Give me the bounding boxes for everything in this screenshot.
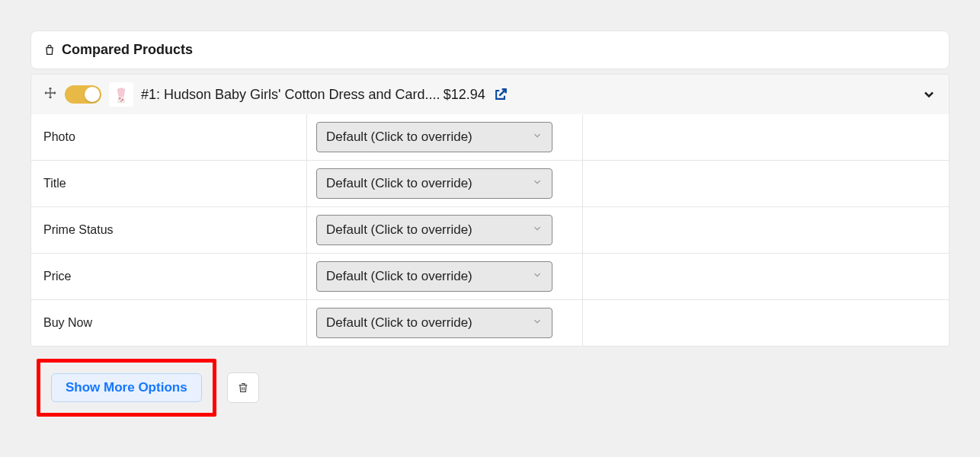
svg-point-3 [120,101,122,102]
override-select[interactable]: Default (Click to override) [316,168,552,199]
toggle-knob [85,87,100,102]
delete-button[interactable] [227,372,259,403]
row-label: Title [31,161,307,206]
table-row: Photo Default (Click to override) [31,114,949,161]
chevron-down-icon [532,315,543,331]
card-title: Compared Products [62,42,193,58]
row-label: Price [31,254,307,299]
table-row: Title Default (Click to override) [31,161,949,207]
empty-cell [583,161,949,206]
options-table: Photo Default (Click to override) Title … [30,114,950,347]
chevron-down-icon[interactable] [921,87,937,102]
empty-cell [583,254,949,299]
override-select[interactable]: Default (Click to override) [316,122,552,152]
select-value: Default (Click to override) [326,222,472,238]
select-value: Default (Click to override) [326,129,472,145]
chevron-down-icon [532,269,543,284]
row-label: Buy Now [31,300,307,346]
empty-cell [583,207,949,253]
product-header-row[interactable]: #1: Hudson Baby Girls' Cotton Dress and … [30,74,950,114]
external-link-icon[interactable] [493,87,508,102]
table-row: Price Default (Click to override) [31,254,949,300]
chevron-down-icon [532,129,543,145]
override-select[interactable]: Default (Click to override) [316,308,552,338]
card-header: Compared Products [31,31,949,69]
chevron-down-icon [532,222,543,238]
table-row: Buy Now Default (Click to override) [31,300,949,346]
bag-icon [43,44,56,56]
row-label: Photo [31,114,307,160]
highlight-annotation: Show More Options [37,359,216,417]
product-title: #1: Hudson Baby Girls' Cotton Dress and … [141,87,440,103]
row-label: Prime Status [31,207,307,253]
select-value: Default (Click to override) [326,269,472,284]
product-label: #1: Hudson Baby Girls' Cotton Dress and … [141,87,508,103]
show-more-options-button[interactable]: Show More Options [51,373,202,402]
footer-row: Show More Options [30,347,950,430]
svg-point-2 [122,99,123,101]
compared-products-card: Compared Products [30,30,950,69]
chevron-down-icon [532,176,543,191]
product-thumbnail [109,82,133,107]
select-value: Default (Click to override) [326,176,472,191]
toggle-switch[interactable] [65,85,101,104]
empty-cell [583,300,949,346]
svg-point-1 [119,97,120,99]
drag-handle-icon[interactable] [43,86,57,103]
override-select[interactable]: Default (Click to override) [316,215,552,245]
override-select[interactable]: Default (Click to override) [316,261,552,292]
product-price: $12.94 [444,87,485,103]
empty-cell [583,114,949,160]
select-value: Default (Click to override) [326,315,472,331]
table-row: Prime Status Default (Click to override) [31,207,949,254]
